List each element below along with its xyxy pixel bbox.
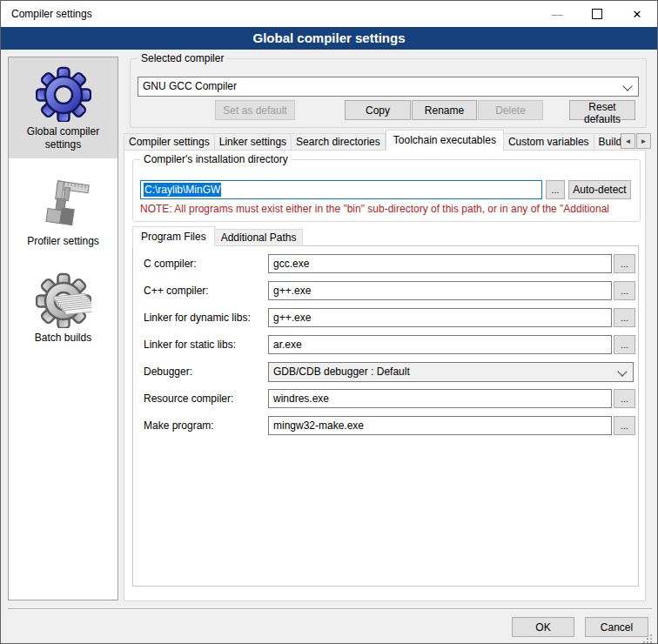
linker-dynamic-input[interactable]: g++.exe — [268, 308, 612, 327]
tab-scroll-arrows: ◄ ► — [621, 133, 651, 149]
tab-custom-variables[interactable]: Custom variables — [504, 133, 594, 151]
rename-button[interactable]: Rename — [412, 100, 477, 120]
footer-divider-highlight — [8, 609, 652, 610]
blue-gear-icon — [36, 66, 91, 122]
tab-scroll-left-button[interactable]: ◄ — [621, 133, 635, 149]
minimize-button[interactable]: — — [537, 1, 577, 27]
arrow-right-icon: ► — [641, 138, 648, 145]
settings-tab-bar: Compiler settingsLinker settingsSearch d… — [124, 130, 621, 151]
sidebar-item-label: Profiler settings — [9, 233, 118, 248]
cpp-compiler-input[interactable]: g++.exe — [268, 281, 612, 300]
close-icon: ✕ — [633, 8, 642, 21]
field-row-linker-dynamic: Linker for dynamic libs: g++.exe ... — [144, 308, 638, 327]
toolchain-executables-page: Compiler's installation directory C:\ray… — [124, 150, 646, 601]
reset-defaults-button[interactable]: Reset defaults — [569, 100, 635, 120]
cancel-button[interactable]: Cancel — [585, 617, 648, 637]
field-label: Resource compiler: — [144, 389, 268, 408]
delete-button: Delete — [478, 100, 543, 120]
install-dir-selected-text: C:\raylib\MinGW — [144, 183, 221, 197]
linker-dynamic-browse-button[interactable]: ... — [614, 308, 635, 327]
tab-build[interactable]: Build — [594, 133, 621, 151]
chevron-down-icon — [622, 81, 632, 91]
compiler-select[interactable]: GNU GCC Compiler — [138, 77, 639, 97]
install-dir-browse-button[interactable]: ... — [546, 180, 565, 199]
linker-static-browse-button[interactable]: ... — [614, 335, 635, 354]
arrow-left-icon: ◄ — [625, 138, 632, 145]
page-title: Global compiler settings — [1, 27, 657, 50]
field-label: C compiler: — [144, 254, 268, 273]
maximize-icon — [592, 9, 602, 19]
selected-compiler-group-label: Selected compiler — [138, 52, 227, 64]
gray-gear-stack-icon — [36, 272, 91, 328]
close-button[interactable]: ✕ — [617, 1, 657, 27]
field-label: Make program: — [144, 416, 268, 435]
caption-buttons: — ✕ — [537, 1, 657, 27]
installation-directory-group: Compiler's installation directory C:\ray… — [132, 159, 641, 222]
compiler-select-value: GNU GCC Compiler — [143, 80, 237, 92]
maximize-button[interactable] — [577, 1, 617, 27]
cpp-compiler-browse-button[interactable]: ... — [614, 281, 635, 300]
note-text: NOTE: All programs must exist either in … — [140, 203, 634, 215]
sidebar-item-global-compiler-settings[interactable]: Global compiler settings — [9, 57, 118, 158]
resource-compiler-input[interactable]: windres.exe — [268, 389, 612, 408]
set-as-default-button: Set as default — [215, 100, 295, 120]
resource-compiler-browse-button[interactable]: ... — [614, 389, 635, 408]
subtab-program-files[interactable]: Program Files — [132, 226, 215, 246]
dialog-content: Global compiler settings Profiler settin… — [1, 50, 657, 643]
sidebar-item-batch-builds[interactable]: Batch builds — [9, 264, 118, 352]
program-files-tab-bar: Program FilesAdditional Paths — [132, 226, 303, 246]
caliper-icon — [36, 176, 91, 231]
subtab-additional-paths[interactable]: Additional Paths — [215, 229, 304, 246]
sidebar-item-label: Batch builds — [9, 330, 118, 345]
field-label: Linker for static libs: — [144, 335, 268, 354]
tab-search-directories[interactable]: Search directories — [292, 133, 386, 151]
field-label: Debugger: — [144, 362, 268, 381]
compiler-settings-dialog: Compiler settings — ✕ Global compiler se… — [0, 0, 658, 644]
ok-button[interactable]: OK — [512, 617, 574, 637]
chevron-down-icon — [617, 366, 627, 376]
linker-static-input[interactable]: ar.exe — [268, 335, 612, 354]
selected-compiler-group: Selected compiler GNU GCC Compiler Set a… — [130, 58, 647, 128]
field-row-linker-static: Linker for static libs: ar.exe ... — [144, 335, 638, 354]
window-title: Compiler settings — [1, 8, 92, 20]
field-label: Linker for dynamic libs: — [144, 308, 268, 327]
tab-scroll-right-button[interactable]: ► — [636, 133, 651, 149]
installation-directory-group-label: Compiler's installation directory — [140, 153, 292, 165]
tab-toolchain-executables[interactable]: Toolchain executables — [386, 130, 504, 151]
field-row-c-compiler: C compiler: gcc.exe ... — [144, 254, 638, 273]
sidebar-item-label: Global compiler settings — [9, 124, 118, 151]
field-row-cpp-compiler: C++ compiler: g++.exe ... — [144, 281, 638, 300]
tab-compiler-settings[interactable]: Compiler settings — [124, 133, 215, 151]
resize-grip[interactable] — [643, 634, 654, 644]
make-program-browse-button[interactable]: ... — [614, 416, 635, 435]
debugger-select[interactable]: GDB/CDB debugger : Default — [268, 362, 634, 382]
field-row-resource-compiler: Resource compiler: windres.exe ... — [144, 389, 638, 408]
tab-linker-settings[interactable]: Linker settings — [215, 133, 292, 151]
install-dir-input[interactable]: C:\raylib\MinGW — [140, 180, 542, 199]
settings-sidebar: Global compiler settings Profiler settin… — [8, 57, 118, 600]
copy-button[interactable]: Copy — [345, 100, 411, 120]
c-compiler-input[interactable]: gcc.exe — [268, 254, 612, 273]
titlebar: Compiler settings — ✕ — [1, 1, 657, 27]
field-row-make-program: Make program: mingw32-make.exe ... — [144, 416, 638, 435]
make-program-input[interactable]: mingw32-make.exe — [268, 416, 612, 435]
autodetect-button[interactable]: Auto-detect — [568, 180, 631, 199]
sidebar-item-profiler-settings[interactable]: Profiler settings — [9, 167, 118, 255]
field-label: C++ compiler: — [144, 281, 268, 300]
c-compiler-browse-button[interactable]: ... — [614, 254, 635, 273]
program-files-page: C compiler: gcc.exe ... C++ compiler: g+… — [132, 245, 639, 587]
field-row-debugger: Debugger: GDB/CDB debugger : Default — [144, 362, 638, 381]
minimize-icon: — — [552, 12, 563, 17]
